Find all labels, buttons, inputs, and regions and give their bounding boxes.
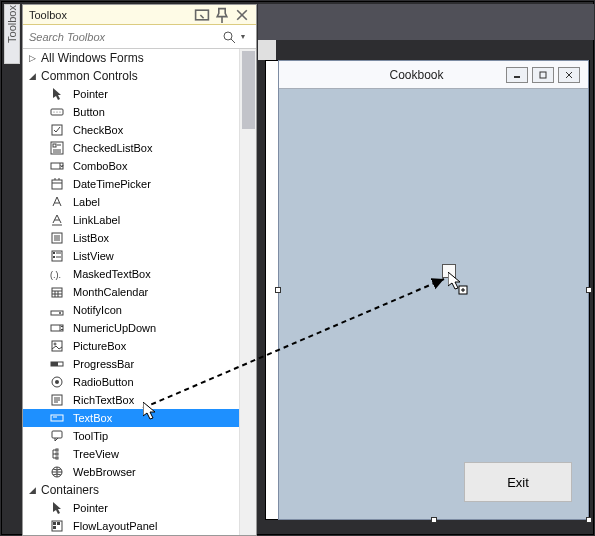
toolbox-item[interactable]: WebBrowser xyxy=(23,463,239,481)
svg-rect-41 xyxy=(514,76,520,78)
toolbox-item[interactable]: Pointer xyxy=(23,499,239,517)
svg-text:(.).: (.). xyxy=(50,270,61,280)
document-tab-sliver[interactable] xyxy=(258,40,276,60)
pointer-icon xyxy=(49,501,65,515)
toolbox-item[interactable]: MonthCalendar xyxy=(23,283,239,301)
toolbox-item-label: MaskedTextBox xyxy=(73,268,151,280)
scrollbar-thumb[interactable] xyxy=(242,51,255,129)
toolbox-item[interactable]: RadioButton xyxy=(23,373,239,391)
toolbox-item-label: ListBox xyxy=(73,232,109,244)
svg-point-5 xyxy=(60,112,61,113)
toolbox-item[interactable]: LinkLabel xyxy=(23,211,239,229)
svg-rect-23 xyxy=(51,362,58,366)
toolbox-item-label: LinkLabel xyxy=(73,214,120,226)
toolbox-item[interactable]: NumericUpDown xyxy=(23,319,239,337)
window-position-icon[interactable] xyxy=(194,8,210,22)
toolbox-side-tab-label: Toolbox xyxy=(6,5,18,49)
toolbox-item[interactable]: PictureBox xyxy=(23,337,239,355)
svg-rect-34 xyxy=(53,522,56,525)
close-button[interactable] xyxy=(558,67,580,83)
chevron-down-icon: ◢ xyxy=(29,71,37,81)
toolbox-item[interactable]: Pointer xyxy=(23,85,239,103)
pin-icon[interactable] xyxy=(214,8,230,22)
toolbox-item-label: Pointer xyxy=(73,88,108,100)
svg-rect-27 xyxy=(51,415,63,421)
svg-point-3 xyxy=(54,112,55,113)
toolbox-item[interactable]: NotifyIcon xyxy=(23,301,239,319)
minimize-button[interactable] xyxy=(506,67,528,83)
svg-rect-14 xyxy=(53,256,55,258)
maximize-button[interactable] xyxy=(532,67,554,83)
drag-ghost-placeholder xyxy=(442,264,456,278)
toolbox-category[interactable]: ▷All Windows Forms xyxy=(23,49,239,67)
svg-point-4 xyxy=(57,112,58,113)
toolbox-item[interactable]: FlowLayoutPanel xyxy=(23,517,239,535)
toolbox-item-label: TextBox xyxy=(73,412,112,424)
form-title: Cookbook xyxy=(327,68,506,82)
toolbox-item[interactable]: Label xyxy=(23,193,239,211)
exit-button[interactable]: Exit xyxy=(464,462,572,502)
chevron-right-icon: ▷ xyxy=(29,53,37,63)
search-dropdown-icon[interactable]: ▼ xyxy=(236,30,250,44)
category-label: Common Controls xyxy=(41,69,138,83)
toolbox-item-label: MonthCalendar xyxy=(73,286,148,298)
toolbox-item-label: ProgressBar xyxy=(73,358,134,370)
toolbox-category[interactable]: ◢Containers xyxy=(23,481,239,499)
toolbox-item[interactable]: DateTimePicker xyxy=(23,175,239,193)
close-icon[interactable] xyxy=(234,8,250,22)
toolbox-side-tab[interactable]: Toolbox xyxy=(4,4,20,64)
svg-rect-36 xyxy=(53,526,56,529)
toolbox-category[interactable]: ◢Common Controls xyxy=(23,67,239,85)
toolbox-item[interactable]: CheckBox xyxy=(23,121,239,139)
svg-rect-8 xyxy=(53,144,56,147)
form-designer[interactable]: Cookbook Exit xyxy=(278,60,589,520)
selection-handle[interactable] xyxy=(431,517,437,523)
toolbox-item[interactable]: TextBox xyxy=(23,409,239,427)
numericupdown-icon xyxy=(49,321,65,335)
toolbox-item[interactable]: RichTextBox xyxy=(23,391,239,409)
toolbox-item[interactable]: ProgressBar xyxy=(23,355,239,373)
selection-handle[interactable] xyxy=(586,287,592,293)
toolbox-item-label: Pointer xyxy=(73,502,108,514)
svg-rect-30 xyxy=(56,453,58,455)
toolbox-item-label: Button xyxy=(73,106,105,118)
picturebox-icon xyxy=(49,339,65,353)
toolbox-item[interactable]: Button xyxy=(23,103,239,121)
toolbox-item-label: ToolTip xyxy=(73,430,108,442)
toolbox-item-label: PictureBox xyxy=(73,340,126,352)
toolbox-item[interactable]: (.).MaskedTextBox xyxy=(23,265,239,283)
svg-rect-42 xyxy=(540,72,546,78)
combobox-icon xyxy=(49,159,65,173)
toolbox-item[interactable]: ListBox xyxy=(23,229,239,247)
svg-rect-28 xyxy=(52,431,62,438)
listbox-icon xyxy=(49,231,65,245)
toolbox-search[interactable]: ▼ xyxy=(23,25,256,49)
svg-rect-29 xyxy=(56,449,58,451)
linklabel-icon xyxy=(49,213,65,227)
toolbox-item-label: Label xyxy=(73,196,100,208)
toolbox-item-label: RichTextBox xyxy=(73,394,134,406)
toolbox-item-label: CheckedListBox xyxy=(73,142,153,154)
toolbox-item[interactable]: CheckedListBox xyxy=(23,139,239,157)
listview-icon xyxy=(49,249,65,263)
toolbox-item-label: RadioButton xyxy=(73,376,134,388)
toolbox-item[interactable]: TreeView xyxy=(23,445,239,463)
toolbox-item-label: NumericUpDown xyxy=(73,322,156,334)
notifyicon-icon xyxy=(49,303,65,317)
selection-handle[interactable] xyxy=(586,517,592,523)
toolbox-item[interactable]: ListView xyxy=(23,247,239,265)
checkbox-icon xyxy=(49,123,65,137)
toolbox-scrollbar[interactable] xyxy=(239,49,256,535)
toolbox-item[interactable]: ComboBox xyxy=(23,157,239,175)
svg-rect-17 xyxy=(51,311,63,315)
richtextbox-icon xyxy=(49,393,65,407)
search-input[interactable] xyxy=(29,31,222,43)
search-icon[interactable] xyxy=(222,30,236,44)
svg-rect-13 xyxy=(53,252,55,254)
toolbox-title: Toolbox xyxy=(29,9,190,21)
selection-handle[interactable] xyxy=(275,287,281,293)
toolbox-item[interactable]: ToolTip xyxy=(23,427,239,445)
svg-rect-10 xyxy=(52,180,62,189)
svg-point-25 xyxy=(55,380,59,384)
button-icon xyxy=(49,105,65,119)
